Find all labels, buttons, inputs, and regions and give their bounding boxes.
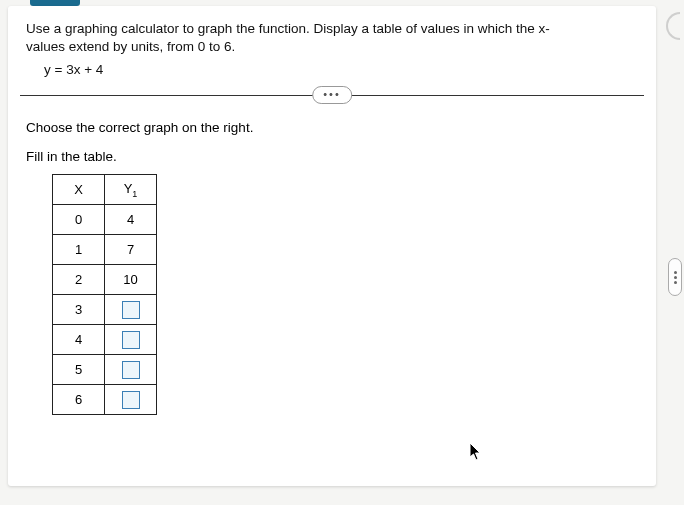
header-x: X (53, 175, 105, 205)
cell-y: 10 (105, 265, 157, 295)
page-curl-decoration (666, 12, 680, 40)
table-row: 4 (53, 325, 157, 355)
cell-x: 2 (53, 265, 105, 295)
answer-input[interactable] (122, 331, 140, 349)
table-row: 5 (53, 355, 157, 385)
cell-x: 6 (53, 385, 105, 415)
side-expand-pill[interactable] (668, 258, 682, 296)
prompt-fill-table: Fill in the table. (26, 149, 638, 164)
expand-pill[interactable]: ••• (312, 86, 352, 104)
section-divider: ••• (20, 95, 644, 96)
cell-y: 7 (105, 235, 157, 265)
header-y: Y1 (105, 175, 157, 205)
dot-icon (674, 271, 677, 274)
cell-x: 3 (53, 295, 105, 325)
cell-x: 4 (53, 325, 105, 355)
table-row: 1 7 (53, 235, 157, 265)
equation-text: y = 3x + 4 (44, 62, 638, 77)
cell-y (105, 385, 157, 415)
prompt-choose-graph: Choose the correct graph on the right. (26, 120, 638, 135)
instruction-text: Use a graphing calculator to graph the f… (26, 20, 586, 56)
cell-x: 0 (53, 205, 105, 235)
cell-y (105, 295, 157, 325)
cell-y (105, 325, 157, 355)
dot-icon (674, 281, 677, 284)
cell-y (105, 355, 157, 385)
answer-input[interactable] (122, 361, 140, 379)
table-row: 6 (53, 385, 157, 415)
values-table: X Y1 0 4 1 7 2 10 3 4 5 6 (52, 174, 157, 415)
answer-input[interactable] (122, 391, 140, 409)
dot-icon (674, 276, 677, 279)
cell-x: 1 (53, 235, 105, 265)
cell-y: 4 (105, 205, 157, 235)
cell-x: 5 (53, 355, 105, 385)
table-row: 2 10 (53, 265, 157, 295)
table-row: 0 4 (53, 205, 157, 235)
answer-input[interactable] (122, 301, 140, 319)
question-card: Use a graphing calculator to graph the f… (8, 6, 656, 486)
table-row: 3 (53, 295, 157, 325)
table-header-row: X Y1 (53, 175, 157, 205)
